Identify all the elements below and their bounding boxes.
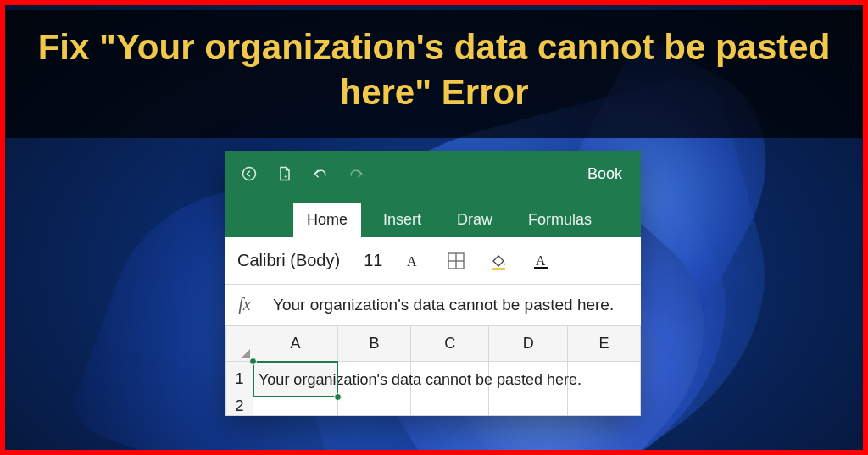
new-file-icon[interactable]: +: [276, 165, 293, 182]
svg-point-0: [243, 168, 256, 180]
formula-bar-input[interactable]: Your organization's data cannot be paste…: [264, 296, 641, 314]
row-header-1[interactable]: 1: [226, 362, 253, 397]
fx-label[interactable]: fx: [225, 285, 264, 325]
font-format-icon[interactable]: A..: [403, 250, 425, 272]
tab-insert[interactable]: Insert: [370, 203, 435, 237]
redo-icon[interactable]: [348, 165, 364, 182]
font-color-icon[interactable]: A: [530, 250, 552, 272]
selection-handle-icon[interactable]: [249, 358, 257, 365]
spreadsheet-grid[interactable]: A B C D E 1 Your organization's data can…: [225, 325, 641, 416]
cell-c2[interactable]: [410, 397, 489, 416]
svg-text:..: ..: [415, 264, 419, 270]
title-band: Fix "Your organization's data cannot be …: [5, 10, 863, 138]
row-header-2[interactable]: 2: [226, 397, 253, 416]
undo-icon[interactable]: [312, 165, 329, 182]
borders-icon[interactable]: [445, 250, 467, 272]
svg-rect-9: [534, 267, 548, 269]
excel-titlebar: + Book: [225, 151, 641, 197]
excel-window: + Book Home Insert Draw Formulas Calibri…: [225, 151, 641, 416]
font-name-selector[interactable]: Calibri (Body): [237, 251, 340, 270]
column-header-c[interactable]: C: [410, 326, 489, 362]
cell-d2[interactable]: [489, 397, 568, 416]
svg-rect-7: [492, 268, 505, 270]
column-header-b[interactable]: B: [338, 326, 411, 362]
svg-text:A: A: [536, 253, 546, 268]
ribbon-toolbar: Calibri (Body) 11 A.. A: [225, 237, 641, 285]
ribbon-tabs: Home Insert Draw Formulas: [225, 197, 641, 237]
fill-color-icon[interactable]: [487, 250, 509, 272]
page-title: Fix "Your organization's data cannot be …: [27, 25, 841, 114]
formula-bar: fx Your organization's data cannot be pa…: [225, 285, 641, 325]
column-header-d[interactable]: D: [489, 326, 568, 362]
select-all-corner[interactable]: [226, 326, 253, 362]
cell-b2[interactable]: [338, 397, 411, 416]
svg-text:+: +: [284, 173, 288, 180]
tab-draw[interactable]: Draw: [443, 203, 506, 237]
font-size-selector[interactable]: 11: [364, 251, 382, 270]
column-header-e[interactable]: E: [567, 326, 640, 362]
column-header-a[interactable]: A: [253, 326, 338, 362]
back-icon[interactable]: [241, 165, 258, 182]
cell-a2[interactable]: [253, 397, 338, 416]
tab-home[interactable]: Home: [293, 203, 361, 237]
cell-a1-content: Your organization's data cannot be paste…: [259, 370, 581, 388]
cell-e2[interactable]: [567, 397, 640, 416]
selection-handle-icon[interactable]: [334, 393, 342, 401]
workbook-name: Book: [587, 165, 626, 183]
tab-formulas[interactable]: Formulas: [515, 203, 605, 237]
cell-a1[interactable]: Your organization's data cannot be paste…: [253, 362, 338, 397]
thumbnail-frame: Fix "Your organization's data cannot be …: [0, 0, 868, 455]
